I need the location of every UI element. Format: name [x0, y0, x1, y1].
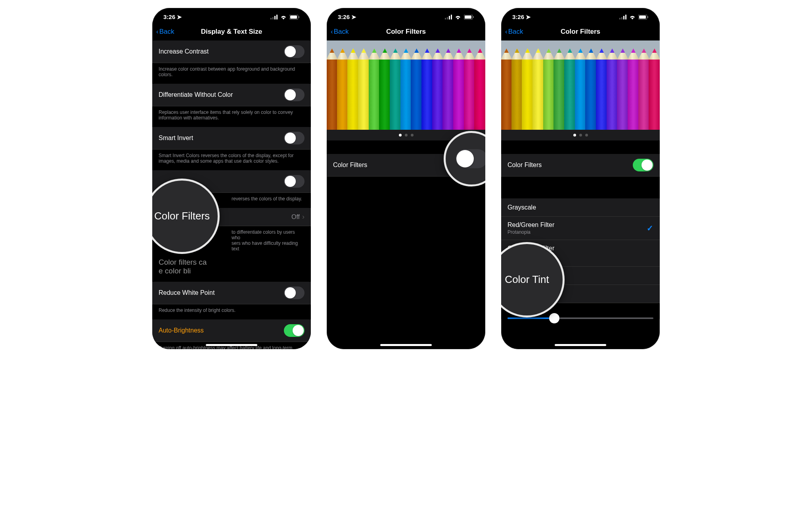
back-label: Back	[334, 28, 349, 36]
chevron-left-icon: ‹	[156, 28, 159, 36]
pencil	[649, 48, 660, 130]
slider-thumb[interactable]	[549, 313, 559, 323]
pencil	[596, 48, 607, 130]
increase-contrast-row[interactable]: Increase Contrast	[152, 40, 311, 63]
back-button[interactable]: ‹ Back	[331, 28, 349, 36]
pencil	[442, 48, 454, 130]
chevron-right-icon: ›	[302, 213, 304, 221]
phone-display-text-size: 3:26 ➤ ‹ Back Display & Text Size Increa…	[152, 8, 311, 349]
svg-rect-19	[639, 15, 646, 19]
cellular-icon	[270, 15, 278, 19]
row-label: Differentiate Without Color	[159, 91, 233, 98]
auto-brightness-toggle[interactable]	[284, 324, 304, 337]
smart-invert-footer: Smart Invert Colors reverses the colors …	[152, 150, 311, 170]
chevron-left-icon: ‹	[505, 28, 508, 36]
pencil	[379, 48, 391, 130]
page-dot[interactable]	[573, 134, 576, 136]
svg-rect-5	[290, 15, 297, 19]
svg-rect-2	[274, 16, 276, 19]
page-title: Color Filters	[386, 28, 426, 36]
auto-brightness-row[interactable]: Auto-Brightness	[152, 319, 311, 342]
svg-rect-6	[299, 16, 299, 18]
color-filters-toggle-row[interactable]: Color Filters	[501, 154, 660, 177]
page-dot[interactable]	[405, 134, 408, 136]
increase-contrast-toggle[interactable]	[284, 45, 304, 58]
intensity-slider[interactable]	[508, 317, 653, 319]
row-label: Smart Invert	[159, 135, 193, 142]
row-label: Increase Contrast	[159, 48, 209, 55]
home-indicator[interactable]	[206, 344, 257, 346]
pencil	[522, 48, 533, 130]
classic-invert-toggle[interactable]	[284, 175, 304, 188]
status-icons	[445, 15, 474, 20]
red-green-option[interactable]: Red/Green Filter Protanopia ✓	[501, 217, 660, 240]
pencil	[617, 48, 628, 130]
location-icon: ➤	[526, 13, 531, 21]
row-label	[159, 178, 160, 185]
smart-invert-toggle[interactable]	[284, 132, 304, 144]
back-button[interactable]: ‹ Back	[156, 28, 174, 36]
pencil	[337, 48, 349, 130]
pencil	[511, 48, 523, 130]
row-label: Color Filters	[333, 161, 367, 169]
dwc-footer: Replaces user interface items that rely …	[152, 106, 311, 127]
pencil	[564, 48, 576, 130]
pencil	[369, 48, 380, 130]
dwc-toggle[interactable]	[284, 88, 304, 101]
page-dot[interactable]	[411, 134, 414, 136]
page-dots[interactable]	[501, 130, 660, 140]
svg-rect-12	[465, 15, 471, 19]
svg-rect-1	[272, 17, 274, 19]
svg-rect-17	[625, 15, 626, 19]
check-icon: ✓	[647, 223, 653, 233]
status-icons	[270, 15, 300, 20]
home-indicator[interactable]	[380, 344, 432, 346]
color-filters-value: Off	[291, 213, 300, 221]
reduce-white-point-row[interactable]: Reduce White Point	[152, 282, 311, 304]
row-label: Color Filters	[508, 161, 542, 169]
pencil	[543, 48, 555, 130]
increase-contrast-footer: Increase color contrast between app fore…	[152, 63, 311, 84]
status-time: 3:26 ➤	[512, 13, 531, 21]
page-dot[interactable]	[585, 134, 588, 136]
pencil	[553, 48, 565, 130]
color-filters-mag-spill: Color filters ca e color bli	[152, 258, 311, 282]
location-icon: ➤	[351, 13, 356, 21]
page-dot[interactable]	[399, 134, 402, 136]
status-icons	[619, 15, 649, 20]
magnified-toggle-icon	[456, 149, 485, 168]
pencils-preview[interactable]	[327, 40, 485, 130]
home-indicator[interactable]	[555, 344, 606, 346]
svg-rect-8	[447, 17, 448, 19]
chevron-left-icon: ‹	[331, 28, 333, 36]
grayscale-option[interactable]: Grayscale	[501, 198, 660, 217]
differentiate-without-color-row[interactable]: Differentiate Without Color	[152, 84, 311, 106]
pencil	[347, 48, 359, 130]
location-icon: ➤	[177, 13, 182, 21]
wifi-icon	[629, 15, 636, 20]
pencil	[390, 48, 401, 130]
color-filters-toggle[interactable]	[633, 159, 653, 171]
pencil	[628, 48, 639, 130]
battery-icon	[638, 15, 649, 20]
svg-rect-10	[451, 15, 452, 19]
smart-invert-row[interactable]: Smart Invert	[152, 127, 311, 150]
status-time: 3:26 ➤	[163, 13, 182, 21]
reduce-white-footer: Reduce the intensity of bright colors.	[152, 304, 311, 319]
reduce-white-toggle[interactable]	[284, 286, 304, 299]
back-button[interactable]: ‹ Back	[505, 28, 523, 36]
pencil	[585, 48, 597, 130]
nav-bar: ‹ Back Color Filters	[327, 23, 485, 40]
status-bar: 3:26 ➤	[152, 8, 311, 23]
pencil	[327, 48, 338, 130]
row-label: Auto-Brightness	[159, 327, 204, 334]
svg-rect-15	[621, 17, 622, 19]
page-dot[interactable]	[579, 134, 582, 136]
pencils-preview[interactable]	[501, 40, 660, 130]
phone-color-filters-off: 3:26 ➤ ‹ Back Color Filters Color Filter…	[327, 8, 485, 349]
pencil	[432, 48, 444, 130]
status-bar: 3:26 ➤	[327, 8, 485, 23]
pencil	[501, 48, 512, 130]
svg-rect-3	[276, 15, 278, 19]
pencil	[474, 48, 485, 130]
